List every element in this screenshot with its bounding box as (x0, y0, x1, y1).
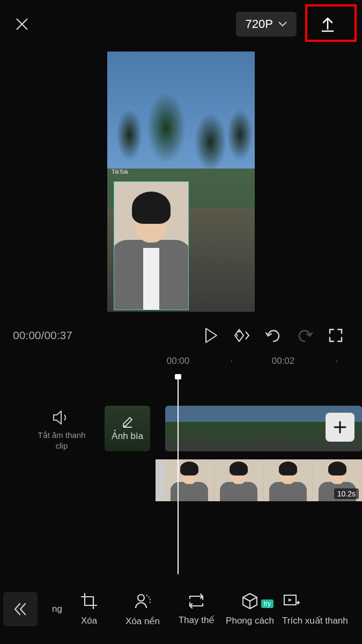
tool-delete[interactable]: Xóa (62, 592, 116, 627)
redo-button[interactable] (291, 325, 318, 346)
close-button[interactable] (13, 15, 31, 33)
cube-icon (241, 592, 259, 610)
playhead[interactable] (178, 376, 179, 580)
timeline-ruler[interactable]: 00:00 · 00:02 · (0, 356, 362, 372)
mute-label: Tắt âm thanh clip (32, 430, 91, 451)
timeline-area[interactable]: Tắt âm thanh clip Ảnh bìa 10.2s (0, 376, 362, 602)
bottom-toolbar: ng Xóa Xóa nền Thay thế try Phong cá (0, 574, 362, 644)
repeat-icon (187, 593, 206, 609)
playback-bar: 00:00/00:37 (0, 317, 362, 356)
overlay-duration-badge: 10.2s (334, 488, 359, 499)
resolution-label: 720P (246, 17, 273, 31)
timecode: 00:00/00:37 (13, 329, 72, 342)
tool-partial-previous[interactable]: ng (41, 592, 62, 627)
keyframe-icon (233, 327, 252, 343)
add-clip-button[interactable] (326, 413, 354, 442)
tool-style[interactable]: try Phong cách (223, 592, 277, 627)
collapse-toolbar-button[interactable] (3, 592, 38, 626)
undo-button[interactable] (260, 325, 287, 346)
cover-thumbnail[interactable]: Ảnh bìa (105, 406, 150, 451)
preview-area: TikTok (0, 48, 362, 317)
cover-label: Ảnh bìa (112, 430, 143, 442)
person-dotted-icon (134, 592, 152, 610)
header-bar: 720P (0, 0, 362, 48)
crop-icon (80, 592, 98, 610)
plus-icon (333, 420, 348, 435)
tool-remove-background[interactable]: Xóa nền (116, 592, 169, 627)
redo-icon (296, 328, 313, 342)
upload-icon (319, 15, 337, 33)
fullscreen-button[interactable] (322, 325, 349, 346)
export-button[interactable] (306, 8, 349, 40)
tool-extract-audio[interactable]: Trích xuất thanh (277, 592, 348, 627)
keyframe-button[interactable] (229, 325, 256, 346)
expand-icon (328, 328, 343, 343)
extract-icon (282, 592, 300, 610)
mute-clip-button[interactable]: Tắt âm thanh clip (32, 409, 91, 451)
chevron-down-icon (278, 21, 287, 27)
video-preview[interactable]: TikTok (107, 52, 255, 312)
overlay-track[interactable]: 10.2s (156, 459, 362, 501)
tool-replace[interactable]: Thay thế (169, 592, 223, 627)
try-badge: try (261, 599, 274, 608)
play-button[interactable] (198, 325, 225, 346)
resolution-select[interactable]: 720P (236, 12, 297, 36)
overlay-clip-frame[interactable] (114, 181, 189, 310)
close-icon (14, 17, 29, 32)
chevron-double-left-icon (12, 602, 28, 617)
tiktok-watermark: TikTok (112, 169, 128, 175)
undo-icon (265, 328, 282, 342)
svg-point-3 (138, 595, 144, 601)
edit-icon (121, 415, 134, 428)
speaker-icon (52, 409, 71, 426)
play-icon (204, 327, 218, 343)
